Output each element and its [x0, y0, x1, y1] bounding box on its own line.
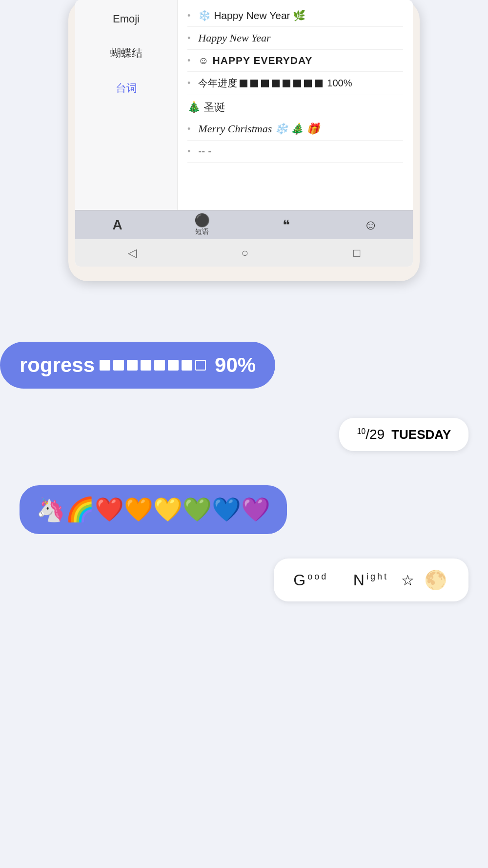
bullet-icon: •: [187, 33, 190, 43]
toolbar-quote-button[interactable]: ❝: [272, 218, 301, 232]
date-text: 10/29: [357, 427, 385, 442]
nav-home-button[interactable]: ○: [242, 246, 249, 260]
moon-icon: 🌕: [424, 569, 449, 591]
progress-block-filled: [182, 360, 192, 371]
emoji-bubble: 🦄🌈❤️🧡💛💚💙💜: [20, 485, 287, 534]
toolbar-emoji-button[interactable]: ☺: [356, 218, 386, 232]
phrase-item[interactable]: • Happy New Year: [187, 27, 403, 50]
bullet-icon: •: [187, 56, 190, 66]
phrase-list[interactable]: • ❄️ Happy New Year 🌿 • Happy New Year •…: [178, 0, 413, 210]
phone-mockup: Emoji 蝴蝶结 台词 • ❄️ Happy New Year 🌿: [68, 0, 420, 281]
emoji-icon: ☺: [364, 218, 378, 232]
quote-icon: ❝: [283, 218, 290, 232]
keyboard-panel: Emoji 蝴蝶结 台词 • ❄️ Happy New Year 🌿: [75, 0, 413, 210]
g-sup: ood: [307, 572, 328, 581]
nav-back-button[interactable]: ◁: [128, 246, 137, 260]
phrase-item-progress[interactable]: • 今年进度 100%: [187, 72, 403, 95]
progress-block-filled: [141, 360, 151, 371]
progress-block-filled: [154, 360, 165, 371]
keyboard-sidebar: Emoji 蝴蝶结 台词: [75, 0, 178, 210]
sidebar-item-emoji[interactable]: Emoji: [107, 10, 145, 28]
phrase-text: ❄️ Happy New Year 🌿: [198, 10, 403, 21]
phrase-item-partial[interactable]: • -- -: [187, 141, 403, 163]
progress-blocks: [100, 360, 206, 371]
font-icon: A: [112, 218, 122, 232]
bullet-icon: •: [187, 78, 190, 88]
progress-block-filled: [100, 360, 110, 371]
phrase-item[interactable]: • ☺ HAPPY EVERYDAY: [187, 50, 403, 72]
nav-recents-button[interactable]: □: [353, 246, 361, 260]
progress-block-filled: [168, 360, 179, 371]
day-text: TUESDAY: [391, 427, 451, 442]
phrase-partial: -- -: [198, 145, 403, 157]
phrase-text-caps: ☺ HAPPY EVERYDAY: [198, 55, 403, 66]
phrase-progress-bar: 今年进度 100%: [198, 77, 403, 90]
phrase-text-italic: Happy New Year: [198, 32, 403, 44]
toolbar-font-button[interactable]: A: [103, 218, 132, 232]
bullet-icon: •: [187, 124, 190, 134]
progress-block-empty: [195, 360, 206, 371]
phone-frame: Emoji 蝴蝶结 台词 • ❄️ Happy New Year 🌿: [68, 0, 420, 281]
sidebar-item-bowtie[interactable]: 蝴蝶结: [104, 43, 148, 63]
bullet-icon: •: [187, 146, 190, 157]
n-sup: ight: [366, 572, 388, 581]
christmas-tree-icon: 🎄: [187, 101, 201, 114]
sidebar-item-lines[interactable]: 台词: [110, 78, 143, 99]
progress-label: rogress: [20, 353, 95, 377]
progress-block-filled: [127, 360, 138, 371]
section-header-christmas: 🎄 圣诞: [187, 100, 403, 115]
toolbar-phrases-button[interactable]: ⚫ 短语: [187, 214, 217, 236]
phone-screen: Emoji 蝴蝶结 台词 • ❄️ Happy New Year 🌿: [75, 0, 413, 267]
clearfix2: 🦄🌈❤️🧡💛💚💙💜: [20, 451, 468, 534]
toolbar-phrases-label: 短语: [195, 227, 209, 236]
clearfix3: Good Night ☆ 🌕: [20, 534, 468, 601]
phrases-icon: ⚫: [194, 214, 210, 227]
goodnight-bubble: Good Night ☆ 🌕: [274, 558, 468, 601]
messages-section: rogress 90% 10/29 TUESDAY 🦄🌈❤️🧡💛💚💙💜: [0, 342, 488, 601]
phrase-item-merry[interactable]: • Merry Christmas ❄️ 🎄 🎁: [187, 118, 403, 141]
phrase-merry-christmas: Merry Christmas ❄️ 🎄 🎁: [198, 123, 403, 135]
keyboard-toolbar: A ⚫ 短语 ❝ ☺: [75, 210, 413, 239]
good-night-text: Good Night: [293, 571, 388, 589]
star-icon: ☆: [401, 572, 416, 589]
progress-percent: 90%: [215, 353, 256, 377]
clearfix: 10/29 TUESDAY: [20, 389, 468, 451]
date-superscript: 10: [357, 427, 366, 435]
progress-bubble: rogress 90%: [0, 342, 275, 389]
christmas-label: 圣诞: [203, 100, 225, 115]
emoji-text: 🦄🌈❤️🧡💛💚💙💜: [36, 496, 270, 523]
phrase-item[interactable]: • ❄️ Happy New Year 🌿: [187, 5, 403, 27]
bullet-icon: •: [187, 11, 190, 21]
phone-navbar: ◁ ○ □: [75, 239, 413, 267]
date-bubble: 10/29 TUESDAY: [339, 418, 468, 451]
progress-block-filled: [113, 360, 124, 371]
